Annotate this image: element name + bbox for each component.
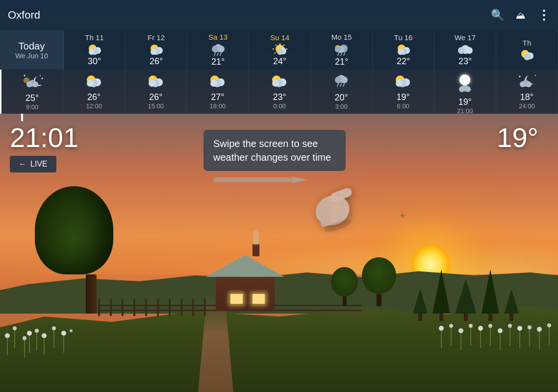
live-arrow-icon: ← xyxy=(19,160,26,169)
day-name: Th xyxy=(523,39,532,47)
hour-cell-18[interactable]: 18° 24:00 xyxy=(496,70,558,114)
day-cell-th-next[interactable]: Th xyxy=(496,30,558,70)
svg-point-4 xyxy=(52,326,56,330)
svg-point-78 xyxy=(458,47,465,54)
live-button[interactable]: ← LIVE xyxy=(10,156,56,172)
day-cell-tu16[interactable]: Tu 16 22° xyxy=(373,30,434,70)
svg-point-97 xyxy=(149,80,155,87)
svg-line-54 xyxy=(220,53,221,55)
svg-point-79 xyxy=(466,47,473,54)
svg-point-87 xyxy=(24,75,25,76)
svg-point-82 xyxy=(524,53,531,60)
svg-point-89 xyxy=(41,78,43,79)
svg-point-27 xyxy=(537,327,542,332)
hour-cell-1800[interactable]: 27° 18:00 xyxy=(187,70,249,114)
day-name: Fr 12 xyxy=(148,33,165,42)
svg-point-26 xyxy=(528,325,532,329)
today-cell[interactable]: Today We Jun 10 xyxy=(0,30,64,70)
moon-indicator-dot xyxy=(459,74,470,85)
weather-icon-sun xyxy=(269,43,291,55)
svg-point-122 xyxy=(520,81,526,87)
svg-point-118 xyxy=(465,86,471,92)
svg-line-70 xyxy=(338,53,339,55)
day-cell-fr12[interactable]: Fr 12 26° xyxy=(126,30,187,70)
svg-point-115 xyxy=(396,80,403,87)
round-tree-cluster xyxy=(331,257,396,306)
hour-cell-900[interactable]: 25° 9:00 xyxy=(0,70,63,114)
svg-point-3 xyxy=(42,333,47,338)
svg-line-109 xyxy=(337,84,338,86)
hour-cell-19-moon[interactable]: 19° 21:00 xyxy=(434,70,496,114)
hour-time: 15:00 xyxy=(148,102,164,110)
svg-point-117 xyxy=(459,86,465,92)
daily-forecast-bar: Today We Jun 10 Th 11 30° Fr 12 26° xyxy=(0,30,558,70)
landscape-icon[interactable]: ⛰ xyxy=(516,10,526,21)
top-icons: 🔍 ⛰ ⋮ xyxy=(491,8,550,23)
hour-temp: 25° xyxy=(25,93,39,103)
hour-temp: 27° xyxy=(211,92,224,102)
day-name: Tu 16 xyxy=(394,33,413,42)
hour-icon-moon-stars xyxy=(516,74,537,91)
search-icon[interactable]: 🔍 xyxy=(491,9,504,22)
day-cell-sa13[interactable]: Sa 13 21° xyxy=(187,30,249,70)
weather-icon-sun-cloud xyxy=(146,43,167,55)
day-cell-su14[interactable]: Su 14 24° xyxy=(249,30,311,70)
today-date: We Jun 10 xyxy=(15,52,48,60)
svg-point-19 xyxy=(458,328,463,333)
hour-time: 21:00 xyxy=(457,107,473,114)
hour-cell-rain[interactable]: 20° 3:00 xyxy=(311,70,373,114)
svg-point-108 xyxy=(341,76,348,83)
city-name: Oxford xyxy=(8,9,491,22)
hour-temp: 23° xyxy=(273,92,286,102)
day-cell-mo15[interactable]: Mo 15 21° xyxy=(311,30,373,70)
day-temp: 24° xyxy=(273,56,286,67)
day-name: Th 11 xyxy=(85,33,103,42)
hourly-icon-svg3 xyxy=(145,74,167,88)
svg-point-107 xyxy=(335,76,342,83)
svg-point-93 xyxy=(87,80,94,87)
window-left xyxy=(230,294,243,304)
svg-point-24 xyxy=(508,324,512,328)
hour-temp: 26° xyxy=(149,92,162,102)
svg-line-72 xyxy=(344,53,345,55)
svg-point-88 xyxy=(40,75,41,76)
weather-icon-rain-cloud xyxy=(331,42,353,56)
svg-point-5 xyxy=(61,331,66,336)
svg-line-111 xyxy=(343,84,344,86)
svg-point-28 xyxy=(547,323,551,327)
hourly-icon-svg4 xyxy=(207,74,228,88)
more-icon[interactable]: ⋮ xyxy=(537,8,550,23)
hour-cell-2100[interactable]: 23° 0:00 xyxy=(249,70,310,114)
svg-point-1 xyxy=(35,329,39,333)
arrow-bar xyxy=(213,177,292,182)
hour-time: 0:00 xyxy=(273,102,285,110)
hourly-icon-svg6 xyxy=(392,74,414,88)
svg-point-105 xyxy=(272,80,279,87)
svg-line-71 xyxy=(341,53,342,55)
swipe-text: Swipe the screen to see weather changes … xyxy=(203,130,346,171)
svg-point-50 xyxy=(212,46,219,52)
day-cell-we17[interactable]: We 17 23° xyxy=(434,30,496,70)
svg-point-21 xyxy=(478,326,483,331)
svg-point-6 xyxy=(70,329,73,332)
hourly-icon-svg2 xyxy=(83,74,105,88)
svg-point-119 xyxy=(519,76,521,77)
day-temp: 30° xyxy=(88,56,101,67)
rain-svg xyxy=(207,42,229,56)
hour-time: 18:00 xyxy=(210,102,226,110)
svg-point-51 xyxy=(218,46,225,52)
svg-point-101 xyxy=(210,80,217,87)
svg-line-63 xyxy=(275,52,276,53)
svg-point-8 xyxy=(5,333,10,338)
today-label: Today xyxy=(19,41,45,52)
round-canopy xyxy=(362,257,396,294)
round-canopy xyxy=(331,267,358,296)
svg-point-120 xyxy=(535,75,536,76)
svg-point-17 xyxy=(439,326,444,331)
top-bar: Oxford 🔍 ⛰ ⋮ xyxy=(0,0,558,30)
hour-cell-19-1[interactable]: 19° 6:00 xyxy=(373,70,434,114)
hour-cell-1200[interactable]: 26° 12:00 xyxy=(63,70,125,114)
day-cell-th11[interactable]: Th 11 30° xyxy=(64,30,126,70)
round-tree xyxy=(362,257,396,306)
hour-cell-1500[interactable]: 26° 15:00 xyxy=(125,70,187,114)
